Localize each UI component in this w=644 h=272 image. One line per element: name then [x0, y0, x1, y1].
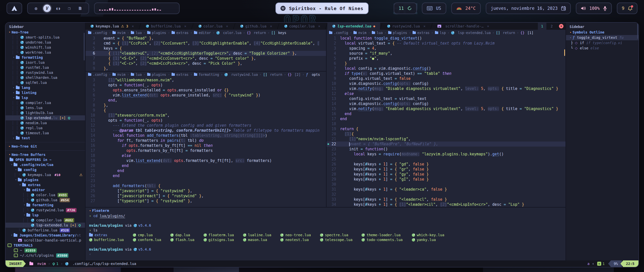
tree-row[interactable]: │ │ compiler.lua	[6, 100, 85, 105]
code-line[interactable]: 29 keys[#keys + 1] = { "gI", false }	[327, 177, 566, 182]
tabpage-2[interactable]: 2	[547, 23, 556, 30]
breadcrumb-segment[interactable]: lsp	[435, 31, 446, 35]
updates-widget[interactable]: 11	[394, 3, 417, 14]
breadcrumb-segment[interactable]: nvim	[353, 31, 367, 35]
code-line[interactable]: 25 ["javascript"] = { "rustywind" },	[86, 188, 326, 193]
ls-entry[interactable]: neo-tree.lua	[280, 233, 311, 237]
breadcrumb-segment[interactable]: []return	[263, 73, 282, 77]
code-line[interactable]: 19 vim.list_extend(dst: opts.formatters_…	[86, 158, 326, 163]
breadcrumb-segment[interactable]: lua	[131, 31, 142, 35]
tab-close-icon[interactable]: ×	[487, 24, 489, 28]
tab-close-icon[interactable]: ×	[270, 24, 272, 28]
ls-entry[interactable]: extras	[89, 233, 124, 237]
breadcrumb-segment[interactable]: ƒopts	[306, 73, 320, 77]
floaterm-panel[interactable]: ▾ Floaterm › cd lua/plugins/ nvim/lua/pl…	[86, 207, 566, 261]
code-line[interactable]: 15 vim.notify(msg: "Enabled diagnostics …	[327, 106, 566, 111]
tree-row[interactable]: OPEN BUFFERS in ~	[6, 157, 85, 162]
tree-row[interactable]: ▸test	[6, 135, 85, 141]
ls-entry[interactable]: cmp.lua	[133, 233, 161, 237]
code-line[interactable]: 33 keys[#keys + 1] = { "<leader>cl", fal…	[327, 197, 566, 202]
code-line[interactable]: 5 keys = {	[86, 46, 326, 51]
code-line[interactable]: 30	[327, 182, 566, 187]
breadcrumb-segment[interactable]: lua	[131, 73, 142, 77]
tree-row[interactable]: │ │ neodim.lua	[6, 120, 85, 125]
code-line[interactable]: 24 local keys = require(modname: "lazyvi…	[327, 152, 566, 157]
breadcrumb-segment[interactable]: extras	[172, 73, 189, 77]
code-line[interactable]: 22 end	[86, 173, 326, 178]
breadcrumb-segment[interactable]: .config	[329, 31, 348, 35]
tree-row[interactable]: │ │ rustywind.lua	[6, 70, 85, 75]
code-line[interactable]: 8 { [1]"<C-c>", [2]"<cmd>CccPick<cr>", d…	[86, 61, 326, 66]
breadcrumb-segment[interactable]: {}[2]	[288, 73, 301, 77]
editor-pane-rustywind-lua[interactable]: .config›nvim›lua›plugins›extras›formatti…	[86, 72, 326, 207]
tree-row[interactable]: │ │ lsp-extended.lu[+]	[6, 115, 85, 120]
code-line[interactable]: 4 cmd = { [1]"CccPick", [2]"CccConvert",…	[86, 41, 326, 46]
tree-row[interactable]: │ │ winshift.lua	[6, 45, 85, 50]
code-area[interactable]: 3 event = { "BufRead" },4 cmd = { [1]"Cc…	[86, 36, 326, 71]
code-line[interactable]: 5 opts.ensure_installed = opts.ensure_in…	[86, 88, 326, 93]
code-line[interactable]: 5 prefix = "●",	[327, 56, 566, 61]
tree-row[interactable]: │ │ rustfmt.lua	[6, 65, 85, 70]
code-line[interactable]: 28 keys[#keys + 1] = { "gy", false }	[327, 172, 566, 177]
tree-row[interactable]: │ └ sqlfmt.lua	[6, 80, 85, 85]
tree-row[interactable]: ▾formatting	[6, 202, 85, 208]
breadcrumb-segment[interactable]: color.lua	[216, 31, 242, 35]
code-line[interactable]: 6 { [1]"<leader>uC", [2]"<cmd>CccHighlig…	[86, 51, 326, 56]
code-line[interactable]: 27 ["typescript"] = { "rustywind" },	[86, 198, 326, 203]
code-line[interactable]: 27 keys[#keys + 1] = { "gr", false }	[327, 167, 566, 172]
tree-row[interactable]: │ └ worktree.lua	[6, 50, 85, 55]
code-line[interactable]: 32	[327, 192, 566, 197]
ls-entry[interactable]: spectre.lua	[320, 233, 353, 237]
tree-row[interactable]: └ bufferline.lua#328	[6, 228, 85, 233]
workspace-firefox-icon[interactable]: ◍	[32, 5, 40, 12]
code-line[interactable]: ●22 event = { "BufReadPre", "BufNewFile"…	[327, 142, 566, 147]
keyboard-layout-widget[interactable]: US	[422, 3, 446, 14]
tab-compiler-lua[interactable]: compiler.lua×	[279, 23, 326, 30]
code-line[interactable]: 26 keys[#keys + 1] = { "gd", false }	[327, 162, 566, 167]
breadcrumb-segment[interactable]: lsp-extended.lua	[451, 31, 491, 35]
tab-close-icon[interactable]: ×	[132, 24, 134, 28]
tree-row[interactable]: │ │ lightbulb.lua	[6, 110, 85, 115]
tab-close-icon[interactable]: ×	[423, 24, 425, 28]
tree-row[interactable]: │ └ timeout.lua	[6, 130, 85, 135]
ls-entry[interactable]: gitsigns.lua	[204, 237, 234, 242]
tree-row[interactable]: │ └ lsp-extended.lu[+]	[6, 223, 85, 228]
tree-row[interactable]: ▸linting	[6, 90, 85, 95]
tree-row[interactable]: ▾editor	[6, 187, 85, 192]
code-line[interactable]: 13 ---@param tbl table<string, conform.F…	[86, 128, 326, 133]
code-line[interactable]: 23	[86, 178, 326, 183]
tree-row[interactable]: │ │ compiler.lua#682	[6, 218, 85, 223]
tree-row[interactable]: │ └ keymaps.lua#10⚠	[6, 172, 85, 177]
tree-row[interactable]: ~/.c/n/l/plugins#3980	[6, 253, 85, 258]
breadcrumb-segment[interactable]: []return	[496, 31, 515, 35]
workspace-windows-icon[interactable]: ❐	[65, 5, 73, 12]
breadcrumb-segment[interactable]: plugins	[147, 31, 166, 35]
tree-row[interactable]: │ │ isort.lua	[6, 60, 85, 65]
code-line[interactable]: 3 event = { "BufRead" },	[86, 36, 326, 41]
tab-color-lua[interactable]: color.lua×	[193, 23, 233, 30]
tree-row[interactable]: ▾formatting	[6, 55, 85, 60]
tree-row[interactable]: │ └ rustywind.lua#726	[6, 208, 85, 213]
close-all-button[interactable]: ×	[559, 24, 564, 28]
workspace-gamepad-icon[interactable]: ◖◗	[54, 5, 62, 12]
code-line[interactable]: 7 end,	[86, 98, 326, 103]
ls-entry[interactable]: todo-comments.lua	[361, 237, 403, 242]
code-line[interactable]: 17end	[327, 116, 566, 121]
breadcrumb-segment[interactable]: editor	[194, 31, 211, 35]
symbols-scrollbar[interactable]	[637, 24, 638, 39]
ls-entry[interactable]: yanky.lua	[412, 237, 445, 242]
ls-entry[interactable]: conform.lua	[133, 237, 161, 242]
tree-row[interactable]: │ │ shellharden.lua	[6, 75, 85, 80]
breadcrumb-segment[interactable]: nvim	[112, 31, 126, 35]
symbols-outline-header[interactable]: ▾ Symbols Outline	[566, 30, 638, 35]
tree-row[interactable]: ▾plugins	[6, 177, 85, 182]
code-line[interactable]: 10 [1]"stevearc/conform.nvim",	[86, 113, 326, 118]
code-line[interactable]: 3 spacing = 4,	[327, 46, 566, 51]
tree-row[interactable]: ~#2859	[6, 248, 85, 253]
code-line[interactable]: 4 source = "if_many",	[327, 51, 566, 56]
tab-rustywind-lua[interactable]: rustywind.lua×	[382, 23, 430, 30]
symbol-row[interactable]: ├ ◇if if type(config.vi	[566, 40, 638, 46]
code-line[interactable]: 1local function toggle_diag_virtext()	[327, 36, 566, 41]
code-line[interactable]: 12 else	[327, 91, 566, 96]
code-line[interactable]: 20 [1]{	[327, 131, 566, 137]
